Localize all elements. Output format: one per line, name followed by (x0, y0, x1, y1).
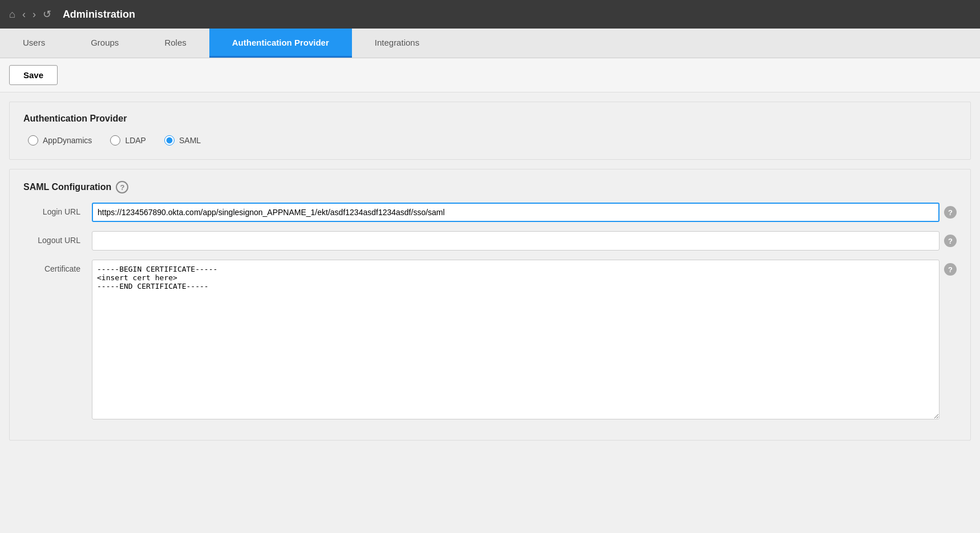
radio-appdynamics[interactable]: AppDynamics (28, 135, 92, 146)
radio-saml[interactable]: SAML (164, 135, 201, 146)
certificate-row: Certificate ? (23, 260, 957, 419)
logout-url-field: ? (92, 231, 957, 251)
logout-url-input[interactable] (92, 231, 939, 251)
certificate-label: Certificate (23, 260, 92, 273)
tab-bar: Users Groups Roles Authentication Provid… (0, 29, 980, 58)
tab-auth-provider[interactable]: Authentication Provider (209, 29, 352, 58)
saml-config-help-icon[interactable]: ? (116, 181, 128, 193)
login-url-field: ? (92, 203, 957, 222)
tab-groups[interactable]: Groups (68, 29, 141, 58)
login-url-help-icon[interactable]: ? (944, 206, 957, 219)
certificate-help-icon[interactable]: ? (944, 263, 957, 276)
radio-input-appdynamics[interactable] (28, 135, 38, 146)
auth-provider-title: Authentication Provider (23, 114, 957, 124)
saml-config-title: SAML Configuration ? (23, 181, 957, 193)
radio-input-ldap[interactable] (110, 135, 120, 146)
radio-input-saml[interactable] (164, 135, 175, 146)
certificate-field: ? (92, 260, 957, 419)
page-title: Administration (63, 9, 135, 21)
content-area: Authentication Provider AppDynamics LDAP… (0, 102, 980, 441)
logout-url-label: Logout URL (23, 231, 92, 245)
logout-url-help-icon[interactable]: ? (944, 235, 957, 247)
tab-users[interactable]: Users (0, 29, 68, 58)
auth-provider-section: Authentication Provider AppDynamics LDAP… (9, 102, 971, 160)
tab-roles[interactable]: Roles (141, 29, 209, 58)
top-bar: ⌂ ‹ › ↺ Administration (0, 0, 980, 29)
saml-config-section: SAML Configuration ? Login URL ? Logout … (9, 169, 971, 441)
certificate-textarea[interactable] (92, 260, 939, 419)
save-button[interactable]: Save (9, 65, 58, 85)
back-icon[interactable]: ‹ (22, 9, 26, 21)
refresh-icon[interactable]: ↺ (43, 8, 51, 21)
home-icon[interactable]: ⌂ (9, 9, 15, 21)
tab-integrations[interactable]: Integrations (352, 29, 442, 58)
login-url-row: Login URL ? (23, 203, 957, 222)
login-url-label: Login URL (23, 203, 92, 216)
forward-icon[interactable]: › (33, 9, 36, 21)
logout-url-row: Logout URL ? (23, 231, 957, 251)
radio-ldap[interactable]: LDAP (110, 135, 146, 146)
save-bar: Save (0, 58, 980, 92)
auth-provider-radio-group: AppDynamics LDAP SAML (23, 133, 957, 148)
login-url-input[interactable] (92, 203, 939, 222)
